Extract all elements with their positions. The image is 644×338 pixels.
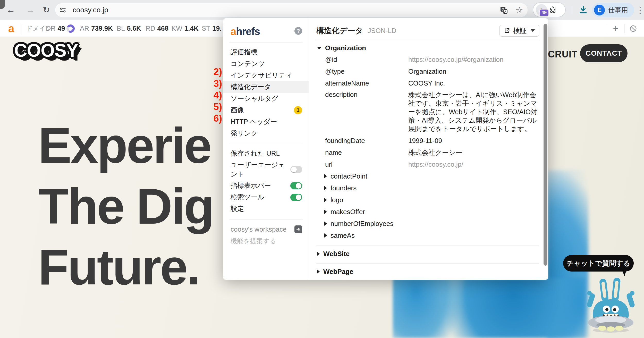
sidebar-item-settings[interactable]: 設定 (223, 203, 309, 215)
nav-item-recruit-partial[interactable]: CRUIT (548, 49, 578, 60)
collapsed-property-sameas[interactable]: sameAs (316, 230, 539, 241)
bar-divider (624, 24, 625, 33)
sidebar-item-social-tags[interactable]: ソーシャルタグ (223, 93, 309, 104)
property-row: @type Organization (316, 65, 539, 77)
disable-bar-icon[interactable] (628, 20, 639, 37)
reload-button[interactable]: ↻ (40, 4, 53, 16)
collapsed-property-logo[interactable]: logo (316, 194, 539, 206)
triangle-collapsed-icon (324, 233, 327, 238)
collapsed-property-contactpoint[interactable]: contactPoint (316, 170, 539, 182)
ahrefs-extension-icon[interactable]: a 49 (536, 4, 547, 15)
address-bar[interactable]: coosy.co.jp G A ☆ (55, 3, 528, 17)
sidebar-item-user-agent[interactable]: ユーザーエージェント (223, 159, 309, 180)
annotation-number: 2) (209, 66, 222, 77)
property-row: alternateName COOSY Inc. (316, 77, 539, 89)
images-count-badge: 1 (294, 106, 302, 114)
bunny-ears (599, 277, 621, 302)
ufo-bunny-mascot[interactable] (586, 277, 635, 333)
translate-icon[interactable]: G A (498, 4, 510, 16)
metric-st[interactable]: ST19. (202, 20, 222, 37)
section-webpage[interactable]: WebPage (316, 266, 539, 277)
collapsed-property-numberofemployees[interactable]: numberOfEmployees (316, 218, 539, 230)
triangle-collapsed-icon (317, 251, 320, 256)
contact-button[interactable]: CONTACT (580, 44, 628, 62)
popup-sidebar: ahrefs ? 評価指標 コンテンツ インデクサビリティ 構造化データ ソーシ… (223, 18, 309, 280)
back-button[interactable]: ← (5, 4, 17, 16)
collapsed-property-makesoffer[interactable]: makesOffer (316, 206, 539, 218)
metric-rd[interactable]: RD468 (146, 20, 168, 37)
sidebar-item-saved-urls[interactable]: 保存された URL (223, 148, 309, 159)
url-text[interactable]: coosy.co.jp (73, 6, 108, 14)
property-row: @id https://coosy.co.jp/#organization (316, 54, 539, 65)
add-metric-button[interactable]: + (610, 20, 621, 37)
extensions-puzzle-icon[interactable] (549, 6, 556, 13)
property-row: description 株式会社クーシーは、AIに強いWeb制作会社です。東京・… (316, 89, 539, 135)
sidebar-item-content[interactable]: コンテンツ (223, 58, 309, 70)
profile-name: 仕事用 (608, 6, 628, 15)
panel-scrollbar[interactable] (544, 24, 547, 266)
sidebar-item-structured-data[interactable]: 構造化データ (223, 81, 309, 93)
divider (229, 219, 303, 219)
workspace-link[interactable]: coosy's workspace (223, 223, 309, 235)
chat-widget-button[interactable]: チャットで質問する (563, 255, 634, 272)
section-website[interactable]: WebSite (316, 248, 539, 260)
validate-button[interactable]: 検証 (499, 25, 539, 37)
metric-kw[interactable]: KW1.4K (172, 20, 199, 37)
sidebar-item-indexability[interactable]: インデクサビリティ (223, 70, 309, 81)
serp-tools-toggle[interactable] (290, 194, 302, 201)
site-settings-icon[interactable] (57, 4, 69, 16)
sidebar-item-images[interactable]: 画像 1 (223, 104, 309, 116)
triangle-collapsed-icon (324, 174, 327, 179)
sidebar-item-metrics[interactable]: 評価指標 (223, 46, 309, 58)
bookmark-star-icon[interactable]: ☆ (514, 4, 525, 16)
metric-bl[interactable]: BL5.6K (117, 20, 141, 37)
triangle-collapsed-icon (324, 209, 327, 214)
hero-line: Future. (38, 236, 213, 297)
section-organization[interactable]: Organization (316, 42, 539, 54)
sidebar-item-http-headers[interactable]: HTTP ヘッダー (223, 116, 309, 128)
help-icon[interactable]: ? (294, 27, 302, 35)
triangle-collapsed-icon (317, 269, 320, 274)
extension-badge: 49 (539, 9, 549, 17)
annotation-number: 6) (209, 113, 222, 124)
sidebar-item-serp-tools[interactable]: 検索ツール (223, 191, 309, 203)
divider (229, 43, 303, 43)
browser-toolbar: ← → ↻ coosy.co.jp G A ☆ (0, 0, 644, 20)
browser-profile[interactable]: E 仕事用 (592, 3, 634, 17)
svg-text:A: A (504, 10, 506, 13)
collapsed-property-founders[interactable]: founders (316, 182, 539, 194)
browser-menu-icon[interactable]: ⋮ (636, 4, 644, 16)
blue-fur-creature-bottom (393, 278, 585, 338)
ahrefs-logo: ahrefs (231, 26, 260, 37)
open-workspace-icon[interactable] (294, 225, 302, 233)
triangle-collapsed-icon (324, 198, 327, 202)
ahrefs-bar-logo[interactable]: a (8, 20, 14, 37)
property-row: url https://coosy.co.jp/ (316, 158, 539, 170)
bar-divider (21, 23, 21, 34)
divider (316, 40, 539, 40)
triangle-expanded-icon (317, 47, 321, 49)
property-row: foundingDate 1999-11-09 (316, 135, 539, 147)
coosy-site-logo[interactable]: COOSY (14, 40, 78, 61)
metrics-bar-toggle[interactable] (290, 182, 302, 189)
toolbar-divider (571, 6, 571, 14)
extensions-pill: a 49 (533, 2, 566, 17)
annotation-number: 4) (209, 90, 222, 101)
downloads-icon[interactable] (578, 5, 588, 16)
user-agent-toggle[interactable] (290, 166, 302, 173)
annotation-number: 3) (209, 78, 222, 89)
bar-divider (607, 24, 607, 33)
metric-dr[interactable]: DR49 (46, 20, 65, 37)
panel-format-label: JSON-LD (368, 27, 396, 35)
sidebar-item-outgoing-links[interactable]: 発リンク (223, 128, 309, 139)
forward-button[interactable]: → (24, 4, 37, 16)
external-link-icon (504, 28, 510, 34)
suggest-feature-link[interactable]: 機能を提案する (223, 235, 309, 246)
sidebar-item-metrics-bar[interactable]: 指標表示バー (223, 180, 309, 191)
chevron-down-icon (531, 29, 535, 32)
metric-ar[interactable]: AR739.9K (80, 20, 113, 37)
divider (229, 144, 303, 144)
divider (316, 246, 539, 246)
panel-title: 構造化データ (316, 26, 363, 36)
ufo-lights (598, 326, 623, 332)
